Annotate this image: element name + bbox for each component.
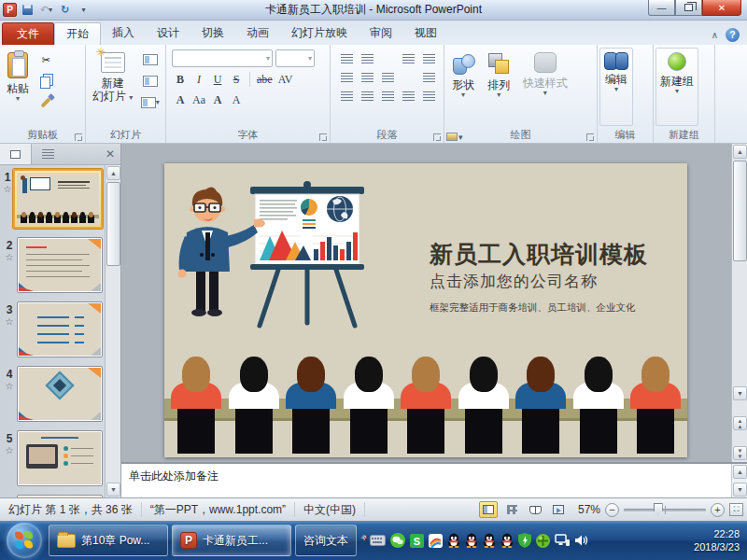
fit-to-window-button[interactable]: ⛶ [729,503,743,516]
tray-shield-icon[interactable] [518,533,531,548]
text-direction-button[interactable] [419,50,438,67]
restore-button[interactable] [675,0,702,16]
font-button-b-0[interactable]: B [172,71,189,88]
font-button-i-1[interactable]: I [190,71,207,88]
copy-button[interactable] [36,73,55,90]
tray-qq-icon[interactable] [447,533,460,548]
paragraph-dialog-launcher[interactable] [433,133,441,141]
layout-button[interactable] [141,51,160,68]
numbering-button[interactable] [358,50,376,67]
slide-thumbnail-2[interactable]: 2☆ [2,237,103,293]
taskbar-button-1[interactable]: 第10章 Pow... [49,525,168,556]
slide-1-editor[interactable]: 新员工入职培训模板 点击添加您的公司名称 框架完整适用于商务培训、员工培训、企业… [164,163,687,457]
help-icon[interactable]: ? [726,28,740,42]
font-size-select[interactable]: ▾ [275,49,315,67]
drawing-dialog-launcher[interactable] [586,133,594,141]
tray-qq-icon[interactable] [500,533,514,548]
bullets-button[interactable] [337,50,356,67]
font-name-select[interactable]: ▾ [172,49,273,67]
tray-qq-icon[interactable] [465,533,478,548]
customize-qat-button[interactable]: ▾ [76,3,92,18]
align-right-button[interactable] [378,88,397,105]
align-left-button[interactable] [337,88,356,105]
zoom-out-button[interactable]: − [605,503,619,517]
align-text-button[interactable] [419,69,438,86]
scroll-down-icon[interactable]: ▼ [106,483,120,497]
close-panel-icon[interactable]: ✕ [106,147,115,161]
arrange-button[interactable]: 排列▾ [483,48,514,126]
editor-scroll-down-icon[interactable]: ▼ [733,386,747,400]
notes-scroll-down-icon[interactable]: ▼ [733,483,747,497]
clipboard-dialog-launcher[interactable] [75,133,82,141]
font-button-a-3[interactable]: A [228,91,245,108]
tray-qq-icon[interactable] [483,533,496,548]
taskbar-clock[interactable]: 22:28 2018/3/23 [694,527,747,553]
view-sorter-button[interactable] [502,501,521,518]
font-button-a-0[interactable]: A [172,91,189,108]
editor-scroll-up-icon[interactable]: ▲ [733,145,747,159]
tab-切换[interactable]: 切换 [190,22,235,45]
font-button-s-3[interactable]: S [228,71,245,88]
new-group-button[interactable]: 新建组▾ [655,48,698,126]
font-button-u-2[interactable]: U [209,71,226,88]
reset-button[interactable] [141,73,160,90]
format-painter-button[interactable] [36,94,55,111]
increase-indent-button[interactable] [358,69,376,86]
taskbar-button-3[interactable]: 咨询文本 [295,525,357,556]
tray-speaker-icon[interactable] [574,534,588,547]
tray-rainbow-icon[interactable] [429,534,443,548]
scroll-up-icon[interactable]: ▲ [106,166,120,180]
slide-title-block[interactable]: 新员工入职培训模板 点击添加您的公司名称 框架完整适用于商务培训、员工培训、企业… [430,240,678,315]
tab-file[interactable]: 文件 [2,22,54,45]
start-button[interactable] [7,523,42,558]
tab-幻灯片放映[interactable]: 幻灯片放映 [280,22,359,45]
collapse-ribbon-icon[interactable]: ∧ [712,30,718,40]
zoom-percentage[interactable]: 57% [572,503,600,516]
tab-视图[interactable]: 视图 [403,22,448,45]
slide-canvas[interactable]: 新员工入职培训模板 点击添加您的公司名称 框架完整适用于商务培训、员工培训、企业… [121,144,747,462]
font-button-abe-4[interactable]: abe [255,71,275,88]
previous-slide-button[interactable]: ▲▲ [733,416,747,430]
slide-thumbnail-1[interactable]: 1☆ [2,169,103,229]
scrollbar-thumb[interactable] [106,182,120,266]
tray-wechat-icon[interactable] [390,533,405,548]
tray-sogou-icon[interactable]: S [410,534,424,548]
slide-thumbnail-5[interactable]: 5☆ [2,430,103,486]
status-language[interactable]: 中文(中国) [295,502,365,517]
decrease-indent-button[interactable] [337,69,356,86]
tab-outline[interactable] [32,144,63,164]
section-button[interactable]: ▾ [141,94,160,111]
notes-pane[interactable]: 单击此处添加备注 ▲ ▼ [121,462,747,497]
tray-keyboard-icon[interactable] [370,535,386,546]
line-spacing-button[interactable] [399,50,417,67]
editing-button[interactable]: 编辑▾ [599,48,633,126]
justify-button[interactable] [399,88,417,105]
distribute-button[interactable] [419,88,438,105]
font-button-a-2[interactable]: A [209,91,226,108]
view-slideshow-button[interactable] [549,501,568,518]
tab-设计[interactable]: 设计 [146,22,190,45]
quick-styles-button[interactable]: 快速样式▾ [518,48,572,126]
tab-slides-thumbnails[interactable] [0,144,32,164]
notes-scrollbar[interactable]: ▲ ▼ [731,464,747,497]
zoom-in-button[interactable]: + [711,503,725,517]
new-slide-button[interactable]: 新建 幻灯片 ▾ [88,48,137,126]
redo-button[interactable]: ↻ [57,3,73,18]
font-button-aa-1[interactable]: Aa [190,91,207,108]
notes-scroll-up-icon[interactable]: ▲ [733,465,747,479]
font-button-av-5[interactable]: AV [276,71,295,88]
editor-scrollbar-thumb[interactable] [733,161,747,261]
tab-审阅[interactable]: 审阅 [359,22,403,45]
undo-button[interactable]: ↶▾ [38,3,54,18]
minimize-button[interactable]: — [648,0,675,16]
view-normal-button[interactable] [479,501,498,518]
next-slide-button[interactable]: ▼▼ [733,446,747,460]
cut-button[interactable]: ✂ [36,51,55,68]
paste-button[interactable]: 粘贴▾ [2,48,34,126]
tab-开始[interactable]: 开始 [54,22,101,45]
slide-thumbnail-4[interactable]: 4☆ [2,366,103,422]
align-center-button[interactable] [358,88,376,105]
powerpoint-logo-icon[interactable]: P [3,3,17,17]
slide-thumbnail-3[interactable]: 3☆ [2,301,103,357]
tray-ball-icon[interactable] [536,534,550,548]
